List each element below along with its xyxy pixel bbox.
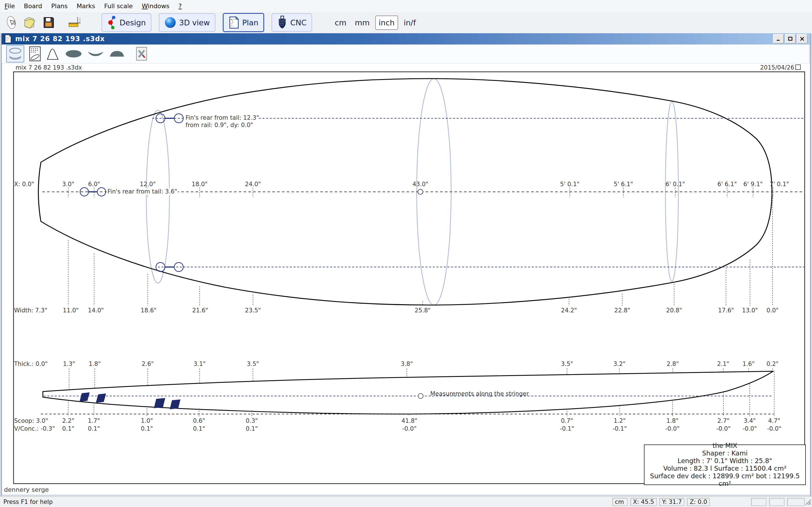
rocker-solid-icon[interactable] (87, 46, 104, 62)
unit-switcher: cmmminchin/f (332, 15, 419, 30)
x-measurement-row: X: 0.0"3.0"6.0"12.0"18.0"24.0"43.0"5' 0.… (0, 181, 812, 188)
thick-measurement-label: 2.8" (666, 360, 679, 367)
thick-measurement-label: 1.8" (89, 360, 101, 367)
scoop-measurement-label: 41.8" (402, 417, 417, 424)
thick-measurement-label: 3.5" (561, 360, 573, 367)
thick-measurement-label: 3.5" (247, 360, 259, 367)
width-measurement-label: 18.6" (141, 307, 156, 314)
spec-sheet-icon[interactable] (29, 46, 41, 62)
vconc-measurement-label: -0.1" (613, 425, 627, 432)
thick-measurement-label: 1.3" (63, 360, 75, 367)
menu-[interactable]: ? (174, 3, 186, 10)
stringer-annotation: Measurements along the stringer (430, 390, 529, 397)
status-bar: Press F1 for help cmX: 45.5Y: 31.7Z: 0.0 (0, 496, 812, 507)
menu-board[interactable]: Board (19, 3, 47, 10)
fin-annotation-line2: from rail: 0.9", dy: 0.0" (186, 122, 253, 128)
pointer-tool-icon[interactable] (4, 15, 18, 31)
width-measurement-label: 11.0" (63, 307, 79, 314)
scoop-measurement-row: Scoop: 3.0"2.2"1.7"1.0"0.6"0.3"41.8"0.7"… (0, 417, 812, 425)
plan-button[interactable]: Plan (223, 13, 264, 32)
thick-row-prefix: Thick.: 0.0" (14, 360, 48, 367)
status-panel: Y: 31.7 (659, 498, 684, 506)
status-empty-panel (751, 498, 766, 506)
status-empty-panel (787, 498, 805, 506)
vconc-row-prefix: V/Conc.: -0.3" (14, 425, 55, 432)
info-line: Shaper : Kami (645, 450, 805, 457)
width-measurement-label: 24.2" (561, 307, 577, 314)
open-file-icon[interactable] (22, 15, 37, 31)
vconc-measurement-label: -0.0" (743, 425, 757, 432)
vconc-measurement-row: V/Conc.: -0.3"0.1"0.1"0.1"0.1"0.1"-0.0"-… (0, 425, 812, 433)
date-checkbox[interactable] (795, 64, 801, 70)
vconc-measurement-label: -0.0" (665, 425, 680, 432)
unit-cm[interactable]: cm (332, 16, 349, 29)
maximize-button[interactable] (785, 34, 796, 44)
main-toolbar: Design 3D view Plan CNC cmmminchin/f (0, 12, 812, 34)
x-measurement-label: 24.0" (245, 181, 261, 187)
menu-bar: FileBoardPlansMarksFull scaleWindows? (0, 0, 812, 12)
info-line: the MIX (645, 442, 805, 450)
window-controls (773, 34, 808, 44)
width-measurement-label: 0.0" (766, 307, 778, 314)
menu-plans[interactable]: Plans (47, 3, 72, 10)
vconc-measurement-label: -0.0" (402, 425, 417, 432)
fin-annotation-line1: Fin's rear from tail: 12.3" (186, 114, 259, 121)
width-measurement-label: 21.6" (192, 307, 208, 314)
unit-inch[interactable]: inch (375, 15, 398, 30)
status-panels: cmX: 45.5Y: 31.7Z: 0.0 (612, 498, 710, 506)
outline-solid-icon[interactable] (65, 46, 82, 62)
menu-windows[interactable]: Windows (137, 3, 174, 10)
dimensions-icon[interactable] (67, 15, 82, 31)
width-measurement-row: Width: 7.3"11.0"14.0"18.6"21.6"23.5"25.8… (0, 307, 812, 314)
user-name: dennery serge (4, 486, 49, 493)
thick-measurement-label: 2.1" (717, 360, 729, 367)
document-icon (4, 34, 12, 43)
vconc-measurement-label: 0.1" (193, 425, 205, 432)
x-measurement-label: 6' 0.1" (666, 181, 685, 187)
3d-view-button[interactable]: 3D view (159, 13, 215, 32)
plan-date: 2015/04/26 (733, 64, 801, 71)
thick-measurement-label: 0.2" (766, 360, 778, 367)
export-spreadsheet-icon[interactable] (135, 46, 148, 62)
save-icon[interactable] (41, 15, 56, 31)
scoop-measurement-label: 1.7" (88, 417, 100, 424)
status-panel: X: 45.5 (630, 498, 657, 506)
vconc-measurement-label: -0.1" (560, 425, 574, 432)
x-measurement-label: 7' 0.1" (770, 181, 789, 187)
status-help-text: Press F1 for help (3, 499, 53, 505)
x-measurement-label: 6' 9.1" (744, 181, 763, 187)
x-measurement-label: 43.0" (412, 181, 428, 187)
menu-marks[interactable]: Marks (72, 3, 100, 10)
plan-filename: mix 7 26 82 193 .s3dx (15, 64, 82, 71)
width-measurement-label: 23.5" (245, 307, 261, 314)
close-button[interactable] (797, 34, 808, 44)
status-empty-panels (751, 498, 805, 506)
scoop-measurement-label: 1.0" (141, 417, 153, 424)
info-line: Surface dev deck : 12899.9 cm² bot : 121… (645, 472, 805, 488)
menu-full-scale[interactable]: Full scale (100, 3, 137, 10)
thick-measurement-label: 3.8" (401, 360, 413, 367)
minimize-button[interactable] (773, 34, 784, 44)
child-window-titlebar[interactable]: mix 7 26 82 193 .s3dx (2, 33, 810, 45)
design-icon (107, 16, 117, 29)
x-measurement-label: 3.0" (62, 181, 74, 187)
3d-view-button-label: 3D view (179, 18, 210, 27)
plan-doc-icon (229, 16, 239, 29)
design-button[interactable]: Design (101, 13, 151, 32)
scoop-measurement-label: 0.3" (246, 417, 258, 424)
x-row-prefix: X: 0.0" (14, 181, 34, 187)
cnc-button[interactable]: CNC (271, 13, 312, 32)
unit-mm[interactable]: mm (352, 16, 372, 29)
unit-in-f[interactable]: in/f (401, 16, 419, 29)
cnc-button-label: CNC (290, 18, 306, 27)
width-measurement-label: 13.0" (742, 307, 758, 314)
outline-view-icon[interactable] (6, 45, 24, 62)
menu-file[interactable]: File (0, 3, 19, 10)
section-solid-icon[interactable] (109, 46, 125, 62)
date-text: 2015/04/26 (760, 64, 794, 71)
scoop-measurement-label: 1.8" (666, 417, 678, 424)
x-measurement-label: 18.0" (192, 181, 207, 187)
vconc-measurement-label: 0.1" (62, 425, 74, 432)
curve-view-icon[interactable] (46, 46, 60, 62)
resize-grip[interactable] (804, 498, 811, 507)
